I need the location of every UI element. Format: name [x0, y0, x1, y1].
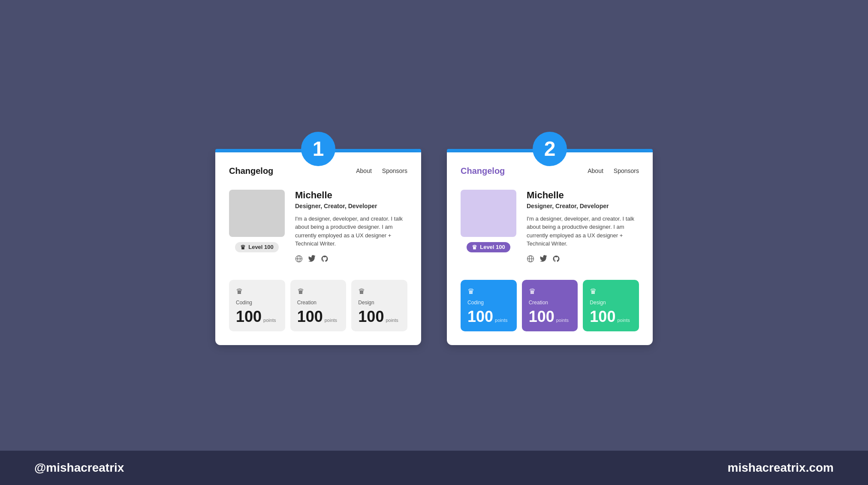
stat-label-2b: Creation	[529, 300, 571, 306]
card-2-nav-links: About Sponsors	[588, 167, 639, 174]
stat-label-2a: Coding	[467, 300, 510, 306]
card-2-about-link[interactable]: About	[588, 167, 603, 174]
card-1-crown-icon: ♛	[240, 244, 246, 251]
stat-crown-2b: ♛	[529, 287, 571, 296]
twitter-icon-1[interactable]	[308, 255, 316, 263]
card-1-stats: ♛ Coding 100 points ♛ Creation 100 point…	[229, 280, 407, 331]
card-2-nav: Changelog About Sponsors	[461, 166, 639, 176]
card-2-stat-creation: ♛ Creation 100 points	[522, 280, 578, 331]
card-1-nav: Changelog About Sponsors	[229, 166, 407, 176]
card-1-stat-design: ♛ Design 100 points	[351, 280, 407, 331]
stat-label-1c: Design	[358, 300, 401, 306]
card-1-about-link[interactable]: About	[356, 167, 372, 174]
card-2-bio: I'm a designer, developer, and creator. …	[527, 215, 639, 248]
card-1-name: Michelle	[295, 190, 407, 201]
github-icon-2[interactable]	[552, 255, 560, 263]
card-2-crown-icon: ♛	[472, 244, 477, 251]
card-1-level-badge: ♛ Level 100	[235, 242, 279, 252]
card-2-job-title: Designer, Creator, Developer	[527, 203, 639, 209]
github-icon-1[interactable]	[321, 255, 329, 263]
stat-label-1b: Creation	[297, 300, 340, 306]
twitter-icon-2[interactable]	[539, 255, 547, 263]
globe-icon-2[interactable]	[527, 255, 534, 263]
card-2-stat-coding: ♛ Coding 100 points	[461, 280, 517, 331]
globe-icon-1[interactable]	[295, 255, 303, 263]
card-1-stat-coding: ♛ Coding 100 points	[229, 280, 285, 331]
main-content: 1 Changelog About Sponsors ♛ Level 100	[0, 123, 868, 371]
card-1: Changelog About Sponsors ♛ Level 100 Mic…	[215, 152, 421, 345]
stat-value-row-1a: 100 points	[236, 309, 278, 324]
stat-crown-1c: ♛	[358, 287, 401, 296]
stat-label-1a: Coding	[236, 300, 278, 306]
card-1-stat-creation: ♛ Creation 100 points	[290, 280, 347, 331]
card-2-avatar	[461, 190, 516, 237]
stat-label-2c: Design	[590, 300, 632, 306]
card-1-profile-left: ♛ Level 100	[229, 190, 285, 252]
stat-value-row-1c: 100 points	[358, 309, 401, 324]
footer-handle: @mishacreatrix	[34, 461, 124, 475]
card-1-profile-right: Michelle Designer, Creator, Developer I'…	[295, 190, 407, 263]
stat-value-row-2c: 100 points	[590, 309, 632, 324]
card-1-social-icons	[295, 255, 407, 263]
card-1-sponsors-link[interactable]: Sponsors	[382, 167, 407, 174]
card-1-wrapper: 1 Changelog About Sponsors ♛ Level 100	[215, 149, 421, 345]
card-2-level-badge: ♛ Level 100	[467, 242, 510, 252]
stat-crown-1a: ♛	[236, 287, 278, 296]
stat-value-row-1b: 100 points	[297, 309, 340, 324]
stat-crown-2a: ♛	[467, 287, 510, 296]
card-1-profile: ♛ Level 100 Michelle Designer, Creator, …	[229, 190, 407, 263]
card-1-title: Changelog	[229, 166, 273, 176]
card-2-name: Michelle	[527, 190, 639, 201]
card-1-job-title: Designer, Creator, Developer	[295, 203, 407, 209]
card-2-profile-left: ♛ Level 100	[461, 190, 516, 252]
card-1-nav-links: About Sponsors	[356, 167, 407, 174]
card-1-avatar	[229, 190, 285, 237]
stat-crown-1b: ♛	[297, 287, 340, 296]
card-2-social-icons	[527, 255, 639, 263]
card-2-sponsors-link[interactable]: Sponsors	[614, 167, 639, 174]
card-2-profile: ♛ Level 100 Michelle Designer, Creator, …	[461, 190, 639, 263]
card-2-stat-design: ♛ Design 100 points	[583, 280, 639, 331]
badge-1: 1	[301, 132, 335, 166]
card-2-profile-right: Michelle Designer, Creator, Developer I'…	[527, 190, 639, 263]
card-1-bio: I'm a designer, developer, and creator. …	[295, 215, 407, 248]
card-2: Changelog About Sponsors ♛ Level 100 Mic…	[447, 152, 653, 345]
stat-value-row-2b: 100 points	[529, 309, 571, 324]
card-2-title: Changelog	[461, 166, 505, 176]
card-2-stats: ♛ Coding 100 points ♛ Creation 100 point…	[461, 280, 639, 331]
card-2-wrapper: 2 Changelog About Sponsors ♛ Level 100	[447, 149, 653, 345]
badge-2: 2	[533, 132, 567, 166]
stat-value-row-2a: 100 points	[467, 309, 510, 324]
stat-crown-2c: ♛	[590, 287, 632, 296]
footer: @mishacreatrix mishacreatrix.com	[0, 451, 868, 485]
footer-website: mishacreatrix.com	[728, 461, 834, 475]
